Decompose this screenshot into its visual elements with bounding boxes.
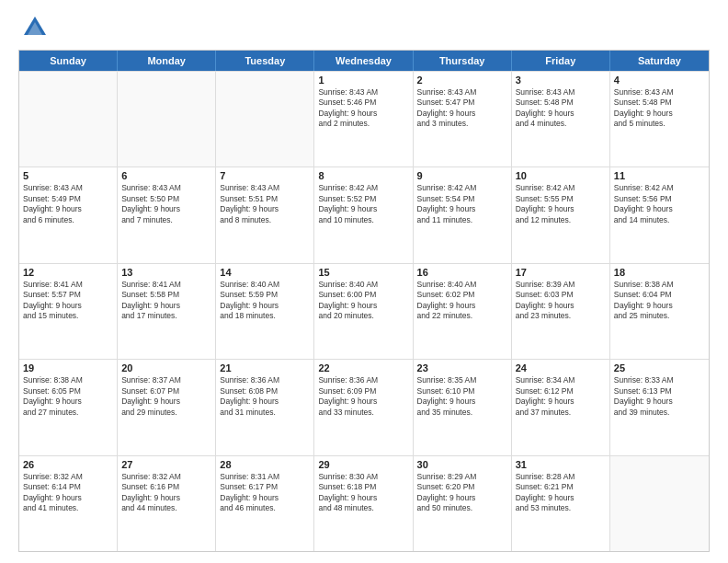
cal-row: 19Sunrise: 8:38 AM Sunset: 6:05 PM Dayli… [19, 359, 709, 454]
cal-cell: 12Sunrise: 8:41 AM Sunset: 5:57 PM Dayli… [19, 264, 118, 359]
cell-info: Sunrise: 8:36 AM Sunset: 6:08 PM Dayligh… [220, 375, 310, 418]
day-number: 8 [318, 170, 408, 181]
day-number: 10 [516, 170, 606, 181]
cal-cell: 17Sunrise: 8:39 AM Sunset: 6:03 PM Dayli… [512, 264, 610, 359]
cal-cell: 26Sunrise: 8:32 AM Sunset: 6:14 PM Dayli… [19, 456, 118, 551]
cal-cell: 18Sunrise: 8:38 AM Sunset: 6:04 PM Dayli… [610, 264, 709, 359]
cal-cell: 29Sunrise: 8:30 AM Sunset: 6:18 PM Dayli… [314, 456, 413, 551]
day-number: 11 [614, 170, 705, 181]
day-number: 9 [417, 170, 507, 181]
day-number: 24 [516, 362, 606, 373]
day-number: 3 [516, 75, 606, 86]
cal-cell: 5Sunrise: 8:43 AM Sunset: 5:49 PM Daylig… [19, 167, 118, 262]
cell-info: Sunrise: 8:43 AM Sunset: 5:47 PM Dayligh… [417, 87, 507, 130]
day-number: 22 [318, 362, 408, 373]
cal-cell: 1Sunrise: 8:43 AM Sunset: 5:46 PM Daylig… [314, 72, 413, 167]
cell-info: Sunrise: 8:37 AM Sunset: 6:07 PM Dayligh… [121, 375, 211, 418]
cal-cell [216, 72, 314, 167]
day-number: 2 [417, 75, 507, 86]
cell-info: Sunrise: 8:38 AM Sunset: 6:04 PM Dayligh… [614, 280, 705, 322]
cal-cell: 10Sunrise: 8:42 AM Sunset: 5:55 PM Dayli… [512, 167, 610, 262]
cal-row: 26Sunrise: 8:32 AM Sunset: 6:14 PM Dayli… [19, 455, 709, 551]
day-number: 20 [121, 362, 211, 373]
cell-info: Sunrise: 8:29 AM Sunset: 6:20 PM Dayligh… [417, 472, 507, 514]
cal-cell: 13Sunrise: 8:41 AM Sunset: 5:58 PM Dayli… [118, 264, 216, 359]
day-number: 18 [614, 267, 705, 278]
cell-info: Sunrise: 8:28 AM Sunset: 6:21 PM Dayligh… [516, 472, 606, 514]
cal-cell: 2Sunrise: 8:43 AM Sunset: 5:47 PM Daylig… [414, 72, 512, 167]
day-number: 30 [417, 459, 507, 470]
cal-cell: 3Sunrise: 8:43 AM Sunset: 5:48 PM Daylig… [512, 72, 610, 167]
cal-body: 1Sunrise: 8:43 AM Sunset: 5:46 PM Daylig… [19, 71, 709, 551]
cell-info: Sunrise: 8:42 AM Sunset: 5:54 PM Dayligh… [417, 183, 507, 225]
cal-header-cell: Thursday [414, 51, 512, 71]
cal-row: 5Sunrise: 8:43 AM Sunset: 5:49 PM Daylig… [19, 167, 709, 262]
cal-cell [118, 72, 216, 167]
cal-row: 1Sunrise: 8:43 AM Sunset: 5:46 PM Daylig… [19, 71, 709, 167]
cal-cell: 9Sunrise: 8:42 AM Sunset: 5:54 PM Daylig… [414, 167, 512, 262]
day-number: 16 [417, 267, 507, 278]
cell-info: Sunrise: 8:36 AM Sunset: 6:09 PM Dayligh… [318, 375, 408, 418]
cell-info: Sunrise: 8:43 AM Sunset: 5:49 PM Dayligh… [23, 183, 113, 225]
day-number: 28 [220, 459, 310, 470]
cal-cell: 11Sunrise: 8:42 AM Sunset: 5:56 PM Dayli… [610, 167, 709, 262]
calendar: SundayMondayTuesdayWednesdayThursdayFrid… [18, 50, 710, 552]
day-number: 4 [614, 75, 705, 86]
cell-info: Sunrise: 8:42 AM Sunset: 5:56 PM Dayligh… [614, 183, 705, 225]
cell-info: Sunrise: 8:40 AM Sunset: 6:02 PM Dayligh… [417, 280, 507, 322]
day-number: 31 [516, 459, 606, 470]
cell-info: Sunrise: 8:30 AM Sunset: 6:18 PM Dayligh… [318, 472, 408, 514]
cell-info: Sunrise: 8:43 AM Sunset: 5:51 PM Dayligh… [220, 183, 310, 225]
cal-cell [19, 72, 118, 167]
cal-header-cell: Sunday [19, 51, 118, 71]
cell-info: Sunrise: 8:42 AM Sunset: 5:55 PM Dayligh… [516, 183, 606, 225]
cal-cell [610, 456, 709, 551]
cell-info: Sunrise: 8:42 AM Sunset: 5:52 PM Dayligh… [318, 183, 408, 225]
cell-info: Sunrise: 8:34 AM Sunset: 6:12 PM Dayligh… [516, 375, 606, 418]
cal-cell: 14Sunrise: 8:40 AM Sunset: 5:59 PM Dayli… [216, 264, 314, 359]
cal-cell: 31Sunrise: 8:28 AM Sunset: 6:21 PM Dayli… [512, 456, 610, 551]
cal-row: 12Sunrise: 8:41 AM Sunset: 5:57 PM Dayli… [19, 263, 709, 359]
cell-info: Sunrise: 8:35 AM Sunset: 6:10 PM Dayligh… [417, 375, 507, 418]
cal-cell: 30Sunrise: 8:29 AM Sunset: 6:20 PM Dayli… [414, 456, 512, 551]
cal-cell: 4Sunrise: 8:43 AM Sunset: 5:48 PM Daylig… [610, 72, 709, 167]
cell-info: Sunrise: 8:31 AM Sunset: 6:17 PM Dayligh… [220, 472, 310, 514]
day-number: 25 [614, 362, 705, 373]
cell-info: Sunrise: 8:32 AM Sunset: 6:14 PM Dayligh… [23, 472, 113, 514]
cell-info: Sunrise: 8:40 AM Sunset: 5:59 PM Dayligh… [220, 280, 310, 322]
day-number: 14 [220, 267, 310, 278]
cal-cell: 7Sunrise: 8:43 AM Sunset: 5:51 PM Daylig… [216, 167, 314, 262]
cal-cell: 21Sunrise: 8:36 AM Sunset: 6:08 PM Dayli… [216, 360, 314, 454]
cal-cell: 23Sunrise: 8:35 AM Sunset: 6:10 PM Dayli… [414, 360, 512, 454]
day-number: 26 [23, 459, 113, 470]
cal-header-cell: Tuesday [216, 51, 314, 71]
cell-info: Sunrise: 8:40 AM Sunset: 6:00 PM Dayligh… [318, 280, 408, 322]
cal-cell: 24Sunrise: 8:34 AM Sunset: 6:12 PM Dayli… [512, 360, 610, 454]
cal-cell: 15Sunrise: 8:40 AM Sunset: 6:00 PM Dayli… [314, 264, 413, 359]
cal-cell: 22Sunrise: 8:36 AM Sunset: 6:09 PM Dayli… [314, 360, 413, 454]
cal-cell: 27Sunrise: 8:32 AM Sunset: 6:16 PM Dayli… [118, 456, 216, 551]
cal-header-cell: Wednesday [314, 51, 413, 71]
day-number: 7 [220, 170, 310, 181]
cell-info: Sunrise: 8:41 AM Sunset: 5:58 PM Dayligh… [121, 280, 211, 322]
cal-cell: 6Sunrise: 8:43 AM Sunset: 5:50 PM Daylig… [118, 167, 216, 262]
cal-cell: 8Sunrise: 8:42 AM Sunset: 5:52 PM Daylig… [314, 167, 413, 262]
day-number: 15 [318, 267, 408, 278]
header [18, 15, 710, 40]
cell-info: Sunrise: 8:39 AM Sunset: 6:03 PM Dayligh… [516, 280, 606, 322]
cell-info: Sunrise: 8:43 AM Sunset: 5:50 PM Dayligh… [121, 183, 211, 225]
day-number: 23 [417, 362, 507, 373]
cal-header-cell: Friday [512, 51, 610, 71]
logo [18, 15, 48, 40]
day-number: 29 [318, 459, 408, 470]
day-number: 21 [220, 362, 310, 373]
cell-info: Sunrise: 8:41 AM Sunset: 5:57 PM Dayligh… [23, 280, 113, 322]
cal-cell: 16Sunrise: 8:40 AM Sunset: 6:02 PM Dayli… [414, 264, 512, 359]
cal-cell: 20Sunrise: 8:37 AM Sunset: 6:07 PM Dayli… [118, 360, 216, 454]
cell-info: Sunrise: 8:43 AM Sunset: 5:46 PM Dayligh… [318, 87, 408, 130]
cell-info: Sunrise: 8:32 AM Sunset: 6:16 PM Dayligh… [121, 472, 211, 514]
day-number: 17 [516, 267, 606, 278]
day-number: 5 [23, 170, 113, 181]
day-number: 13 [121, 267, 211, 278]
day-number: 6 [121, 170, 211, 181]
